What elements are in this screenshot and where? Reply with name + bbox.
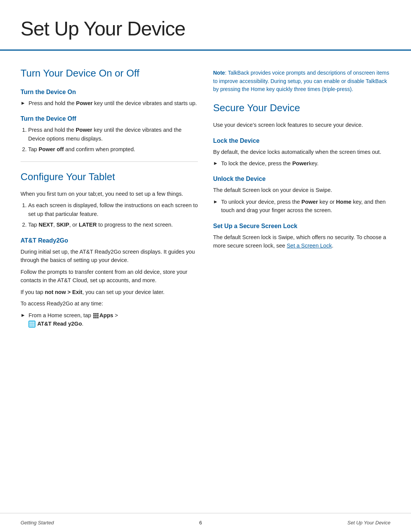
turn-off-item-1: Press and hold the Power key until the d… bbox=[28, 126, 198, 143]
lock-text-1: To lock the device, press the Powerkey. bbox=[221, 159, 319, 168]
att-ready2go-icon bbox=[29, 321, 36, 328]
footer-page-number: 6 bbox=[199, 519, 202, 527]
unlock-text-1: To unlock your device, press the Power k… bbox=[221, 198, 390, 215]
note-text: : TalkBack provides voice prompts and de… bbox=[213, 70, 389, 92]
unlock-item-1: ► To unlock your device, press the Power… bbox=[213, 198, 390, 215]
att-para1: During initial set up, the AT&T Ready2Go… bbox=[21, 248, 198, 265]
section-unlock-h3: Unlock the Device bbox=[213, 174, 390, 184]
screenlock-text-after: . bbox=[332, 243, 333, 249]
lock-para: By default, the device locks automatical… bbox=[213, 148, 390, 156]
turn-on-item-1: ► Press and hold the Power key until the… bbox=[21, 99, 198, 107]
att-para4: To access Ready2Go at any time: bbox=[21, 299, 198, 308]
secure-intro: Use your device’s screen lock features t… bbox=[213, 121, 390, 129]
lock-item-1: ► To lock the device, press the Powerkey… bbox=[213, 159, 390, 168]
configure-list: As each screen is displayed, follow the … bbox=[21, 201, 198, 229]
att-icon-inner bbox=[29, 321, 35, 327]
page: Set Up Your Device Turn Your Device On o… bbox=[0, 0, 411, 532]
turn-on-text-1: Press and hold the Power key until the d… bbox=[29, 99, 197, 107]
page-title: Set Up Your Device bbox=[21, 14, 390, 43]
arrow-icon-1: ► bbox=[21, 99, 25, 107]
att-bullet-text: From a Home screen, tap Apps > bbox=[29, 311, 118, 328]
section-lock-h3: Lock the Device bbox=[213, 136, 390, 145]
section-turn-off-h3: Turn the Device Off bbox=[21, 114, 198, 123]
arrow-icon-att: ► bbox=[21, 312, 25, 319]
section-configure-h2: Configure Your Tablet bbox=[21, 169, 198, 184]
section-screenlock-h3: Set Up a Secure Screen Lock bbox=[213, 222, 390, 231]
screenlock-para: The default Screen lock is Swipe, which … bbox=[213, 233, 390, 250]
unlock-para: The default Screen lock on your device i… bbox=[213, 186, 390, 194]
right-column: Note: TalkBack provides voice prompts an… bbox=[213, 63, 390, 502]
note-box: Note: TalkBack provides voice prompts an… bbox=[213, 69, 390, 94]
divider-1 bbox=[21, 161, 198, 162]
apps-icon bbox=[93, 313, 99, 318]
left-column: Turn Your Device On or Off Turn the Devi… bbox=[21, 63, 198, 502]
att-para2: Follow the prompts to transfer content f… bbox=[21, 268, 198, 285]
footer: Getting Started 6 Set Up Your Device bbox=[0, 513, 411, 532]
turn-on-list: ► Press and hold the Power key until the… bbox=[21, 99, 198, 107]
note-label: Note bbox=[213, 70, 225, 76]
footer-left-label: Getting Started bbox=[21, 519, 54, 527]
page-title-section: Set Up Your Device bbox=[0, 0, 411, 51]
section-turn-on-h3: Turn the Device On bbox=[21, 88, 198, 97]
main-content: Turn Your Device On or Off Turn the Devi… bbox=[0, 51, 411, 532]
arrow-icon-lock: ► bbox=[213, 160, 218, 167]
section-secure-h2: Secure Your Device bbox=[213, 101, 390, 115]
configure-intro: When you first turn on your tab;et, you … bbox=[21, 190, 198, 198]
att-icon-box bbox=[29, 321, 35, 328]
att-item-1: ► From a Home screen, tap Apps > bbox=[21, 311, 198, 328]
footer-right-label: Set Up Your Device bbox=[347, 519, 390, 527]
att-para3: If you tap not now > Exit, you can set u… bbox=[21, 288, 198, 296]
arrow-icon-unlock: ► bbox=[213, 198, 218, 206]
configure-item-2: Tap NEXT, SKIP, or LATER to progress to … bbox=[28, 220, 198, 229]
att-list: ► From a Home screen, tap Apps > bbox=[21, 311, 198, 328]
turn-off-list: Press and hold the Power key until the d… bbox=[21, 126, 198, 153]
lock-list: ► To lock the device, press the Powerkey… bbox=[213, 159, 390, 168]
unlock-list: ► To unlock your device, press the Power… bbox=[213, 198, 390, 215]
turn-off-item-2: Tap Power off and confirm when prompted. bbox=[28, 145, 198, 153]
section-att-h3: AT&T Ready2Go bbox=[21, 236, 198, 245]
screen-lock-link[interactable]: Set a Screen Lock bbox=[287, 243, 332, 249]
configure-item-1: As each screen is displayed, follow the … bbox=[28, 201, 198, 218]
section-turn-device-h2: Turn Your Device On or Off bbox=[21, 66, 198, 81]
